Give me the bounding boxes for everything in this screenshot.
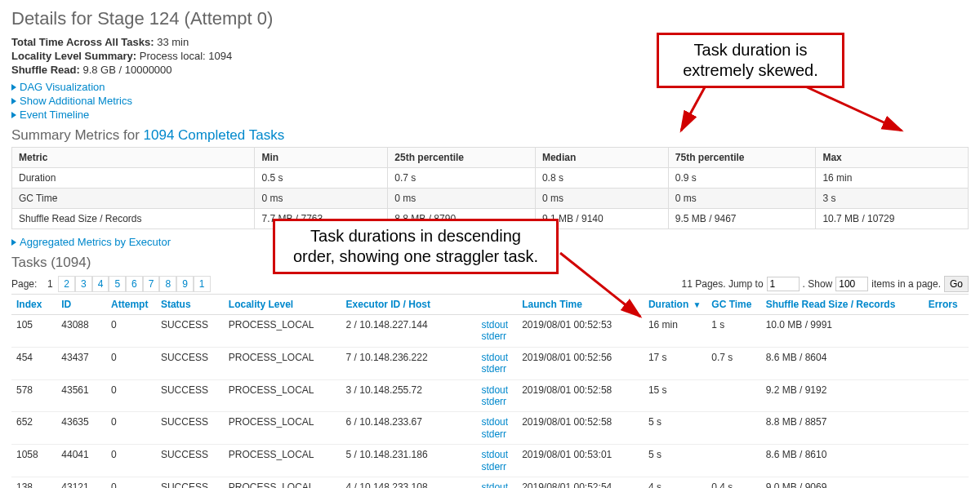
metrics-cell: Duration xyxy=(12,168,255,189)
page-button[interactable]: 3 xyxy=(75,276,92,292)
page-label: Page: xyxy=(11,278,37,290)
page-button[interactable]: 5 xyxy=(109,276,126,292)
metrics-cell: 10.7 MB / 10729 xyxy=(816,209,969,229)
task-row: 138431210SUCCESSPROCESS_LOCAL4 / 10.148.… xyxy=(11,477,969,488)
col-locality[interactable]: Locality Level xyxy=(224,295,341,315)
cell-gc: 0.7 s xyxy=(706,347,760,379)
cell-gc xyxy=(706,412,760,445)
cell-executor: 6 / 10.148.233.67 xyxy=(341,412,477,445)
event-timeline-toggle[interactable]: Event Timeline xyxy=(11,109,969,121)
cell-launch: 2019/08/01 00:52:58 xyxy=(517,412,644,445)
tasks-table: Index ID Attempt Status Locality Level E… xyxy=(11,294,969,488)
cell-launch: 2019/08/01 00:52:53 xyxy=(517,315,644,348)
cell-logs: stdoutstderr xyxy=(476,412,517,445)
col-shuffle[interactable]: Shuffle Read Size / Records xyxy=(761,295,924,315)
additional-metrics-label: Show Additional Metrics xyxy=(20,95,132,107)
stdout-link[interactable]: stdout xyxy=(481,449,512,460)
cell-index: 1058 xyxy=(11,445,56,477)
stderr-link[interactable]: stderr xyxy=(481,331,512,342)
cell-status: SUCCESS xyxy=(156,315,224,348)
paginator-right: 11 Pages. Jump to . Show items in a page… xyxy=(682,276,969,292)
task-row: 1058440410SUCCESSPROCESS_LOCAL5 / 10.148… xyxy=(11,445,969,477)
show-text-a: . Show xyxy=(803,278,833,290)
cell-errors xyxy=(924,315,969,348)
cell-errors xyxy=(924,477,969,488)
cell-attempt: 0 xyxy=(106,412,156,445)
jump-to-input[interactable] xyxy=(767,277,800,291)
metrics-header: Metric xyxy=(12,148,255,168)
col-id[interactable]: ID xyxy=(56,295,106,315)
summary-total-time-label: Total Time Across All Tasks: xyxy=(11,36,154,48)
metrics-cell: Shuffle Read Size / Records xyxy=(12,209,255,229)
col-attempt[interactable]: Attempt xyxy=(106,295,156,315)
metrics-cell: 0 ms xyxy=(535,189,668,209)
col-errors[interactable]: Errors xyxy=(924,295,969,315)
page-button[interactable]: 2 xyxy=(58,276,75,292)
col-executor[interactable]: Executor ID / Host xyxy=(341,295,477,315)
col-status[interactable]: Status xyxy=(156,295,224,315)
sort-desc-icon: ▼ xyxy=(693,300,702,309)
page-button[interactable]: 1 xyxy=(42,277,58,291)
cell-shuffle: 10.0 MB / 9991 xyxy=(761,315,924,348)
page-button[interactable]: 7 xyxy=(143,276,160,292)
page-button[interactable]: 9 xyxy=(176,276,194,292)
cell-index: 578 xyxy=(11,379,56,412)
page-root: Details for Stage 124 (Attempt 0) Total … xyxy=(11,8,969,488)
cell-executor: 4 / 10.148.233.108 xyxy=(341,477,477,488)
task-row: 105430880SUCCESSPROCESS_LOCAL2 / 10.148.… xyxy=(11,315,969,348)
event-timeline-label: Event Timeline xyxy=(20,109,89,121)
cell-status: SUCCESS xyxy=(156,379,224,412)
stderr-link[interactable]: stderr xyxy=(481,428,512,440)
cell-index: 138 xyxy=(11,477,56,488)
cell-gc: 0.4 s xyxy=(706,477,760,488)
show-text-b: items in a page. xyxy=(871,278,941,290)
task-row: 652436350SUCCESSPROCESS_LOCAL6 / 10.148.… xyxy=(11,412,969,445)
cell-attempt: 0 xyxy=(106,379,156,412)
stdout-link[interactable]: stdout xyxy=(481,481,512,488)
page-button[interactable]: 6 xyxy=(126,276,143,292)
cell-launch: 2019/08/01 00:52:56 xyxy=(517,347,644,379)
metrics-cell: 0.9 s xyxy=(668,168,816,189)
metrics-cell: GC Time xyxy=(12,189,255,209)
task-row: 454434370SUCCESSPROCESS_LOCAL7 / 10.148.… xyxy=(11,347,969,379)
metrics-cell: 0.5 s xyxy=(255,168,388,189)
go-button[interactable]: Go xyxy=(944,276,969,292)
caret-right-icon xyxy=(11,112,16,118)
stderr-link[interactable]: stderr xyxy=(481,461,512,472)
metrics-cell: 0 ms xyxy=(388,189,536,209)
cell-duration: 5 s xyxy=(644,412,706,445)
col-duration[interactable]: Duration ▼ xyxy=(644,295,706,315)
pages-summary-text: 11 Pages. Jump to xyxy=(682,278,764,290)
page-button[interactable]: 1 xyxy=(194,276,211,292)
summary-shuffle-read-value: 9.8 GB / 10000000 xyxy=(82,64,172,76)
stdout-link[interactable]: stdout xyxy=(481,384,512,396)
stderr-link[interactable]: stderr xyxy=(481,363,512,375)
stdout-link[interactable]: stdout xyxy=(481,416,512,428)
completed-tasks-link[interactable]: 1094 Completed Tasks xyxy=(144,127,285,143)
items-per-page-input[interactable] xyxy=(835,277,868,291)
dag-visualization-label: DAG Visualization xyxy=(20,81,105,93)
page-button[interactable]: 8 xyxy=(159,276,176,292)
stdout-link[interactable]: stdout xyxy=(481,319,512,331)
cell-status: SUCCESS xyxy=(156,477,224,488)
page-button[interactable]: 4 xyxy=(92,276,109,292)
additional-metrics-toggle[interactable]: Show Additional Metrics xyxy=(11,95,969,107)
metrics-header: Median xyxy=(535,148,668,168)
stdout-link[interactable]: stdout xyxy=(481,352,512,363)
col-launch[interactable]: Launch Time xyxy=(517,295,644,315)
cell-launch: 2019/08/01 00:53:01 xyxy=(517,445,644,477)
metrics-header: 75th percentile xyxy=(668,148,816,168)
col-gc[interactable]: GC Time xyxy=(706,295,760,315)
cell-launch: 2019/08/01 00:52:58 xyxy=(517,379,644,412)
col-logs xyxy=(476,295,517,315)
stderr-link[interactable]: stderr xyxy=(481,396,512,407)
cell-shuffle: 9.2 MB / 9192 xyxy=(761,379,924,412)
cell-locality: PROCESS_LOCAL xyxy=(224,379,341,412)
cell-index: 105 xyxy=(11,315,56,348)
cell-locality: PROCESS_LOCAL xyxy=(224,445,341,477)
cell-logs: stdoutstderr xyxy=(476,445,517,477)
caret-right-icon xyxy=(11,84,16,91)
metrics-cell: 16 min xyxy=(816,168,969,189)
col-index[interactable]: Index xyxy=(11,295,56,315)
cell-logs: stdoutstderr xyxy=(476,315,517,348)
